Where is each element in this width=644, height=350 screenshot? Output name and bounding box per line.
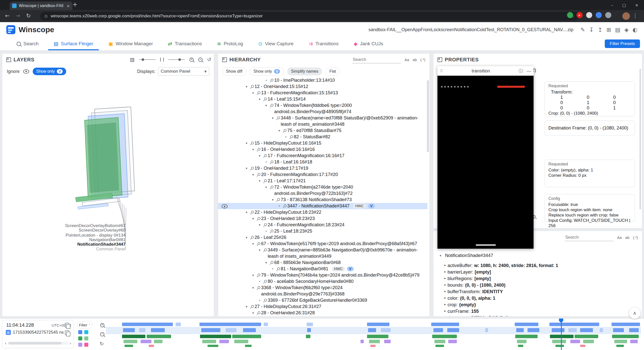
pin-icon[interactable]	[269, 102, 274, 109]
hierarchy-row[interactable]: ▾26 - Leaf:25#26	[218, 234, 427, 241]
pin-icon[interactable]	[250, 165, 255, 171]
range-thumb[interactable]	[8, 342, 61, 344]
hierarchy-row[interactable]: •3369 - 67726bf EdgeBackGestureHandler0#…	[218, 297, 427, 303]
trace-segment[interactable]	[360, 340, 364, 343]
trace-segment[interactable]	[219, 340, 229, 343]
property-row[interactable]: •activeBuffer: w: 1080, h: 2400, stride:…	[437, 262, 639, 269]
trace-segment[interactable]	[125, 345, 133, 347]
trace-type-chip[interactable]	[84, 336, 88, 340]
pin-icon[interactable]	[282, 203, 287, 209]
timeline-filter-button[interactable]: Filter ⌃	[77, 321, 92, 329]
nav-tab-transitions[interactable]: ⇉Transitions	[301, 37, 346, 50]
pin-icon[interactable]	[263, 153, 268, 159]
layer-label[interactable]: NavigationBar0#81	[89, 237, 126, 242]
nav-tab-transactions[interactable]: ⇄Transactions	[160, 37, 210, 50]
expand-chevron-icon[interactable]: ▾	[270, 115, 276, 121]
show-only-visible-toggle[interactable]: Show only V	[33, 68, 66, 75]
range-track[interactable]	[8, 342, 68, 345]
pin-icon[interactable]	[263, 316, 268, 316]
hierarchy-row[interactable]: •18 - Leaf:16:16#18	[218, 159, 427, 165]
pin-icon[interactable]	[269, 184, 274, 190]
hierarchy-button-simplify-names[interactable]: Simplify names	[287, 67, 322, 75]
layer-label[interactable]: ScreenDecorOverlay#60	[79, 228, 126, 233]
trace-segment[interactable]	[434, 340, 445, 343]
expand-chevron-icon[interactable]: ▾	[250, 272, 256, 278]
trace-segment[interactable]	[612, 335, 639, 338]
rotation-slider[interactable]	[139, 59, 156, 60]
regex-icon[interactable]: (.*)	[420, 58, 425, 62]
expand-chevron-icon[interactable]: ▾	[244, 140, 250, 146]
trace-segment[interactable]	[614, 340, 627, 343]
theme-toggle-icon[interactable]: ◐	[631, 27, 639, 33]
match-case-icon[interactable]: Aa	[617, 235, 622, 240]
hierarchy-row[interactable]: •81 - NavigationBar0#81HWCV	[218, 266, 427, 272]
hierarchy-search-input[interactable]	[352, 56, 401, 63]
trace-segment[interactable]	[306, 335, 310, 338]
bug-report-icon[interactable]: ◈	[622, 27, 631, 33]
url-text[interactable]: winscope.teams.x20web.corp.google.com/pr…	[51, 14, 567, 19]
trace-segment[interactable]	[580, 328, 593, 332]
timeline-reset-icon[interactable]: ↻	[100, 341, 104, 347]
trace-segment[interactable]	[384, 340, 391, 343]
pin-icon[interactable]	[256, 215, 261, 222]
timeline-cursor-handle[interactable]	[559, 319, 563, 323]
tab-close-icon[interactable]: ×	[67, 4, 70, 8]
trace-segment[interactable]	[243, 328, 256, 332]
site-info-icon[interactable]: ⊙	[44, 14, 48, 19]
whole-word-icon[interactable]: ab	[625, 235, 629, 240]
extension-gray-icon[interactable]	[586, 12, 592, 18]
trace-segment[interactable]	[613, 328, 624, 332]
expand-chevron-icon[interactable]: ▾	[250, 146, 256, 153]
trace-segment[interactable]	[122, 335, 146, 338]
property-row[interactable]: •currFrame: 155	[437, 308, 639, 315]
trace-segment[interactable]	[369, 340, 380, 343]
property-row[interactable]: •bounds: (0, 0) - (1080, 2400)	[437, 282, 639, 288]
timeline-row[interactable]	[106, 323, 641, 326]
spacing-slider[interactable]	[168, 59, 185, 60]
filter-presets-button[interactable]: Filter Presets	[605, 39, 640, 48]
trace-segment[interactable]	[550, 335, 574, 338]
trace-segment[interactable]	[580, 345, 585, 347]
trace-segment[interactable]	[367, 323, 389, 326]
expand-chevron-icon[interactable]: ▾	[250, 215, 256, 222]
new-tab-button[interactable]: +	[72, 1, 77, 8]
nav-tab-search[interactable]: Search	[9, 37, 46, 50]
trace-segment[interactable]	[307, 323, 313, 326]
hierarchy-row[interactable]: ▾79 - WindowToken{7046b4a type=2024 andr…	[218, 272, 427, 278]
trace-segment[interactable]	[370, 345, 376, 347]
pin-icon[interactable]	[256, 146, 261, 153]
pin-icon[interactable]	[256, 171, 261, 178]
pin-icon[interactable]	[250, 303, 255, 310]
pin-icon[interactable]	[276, 266, 281, 272]
trace-segment[interactable]	[234, 340, 248, 343]
trace-segment[interactable]	[176, 323, 181, 326]
hierarchy-row[interactable]: ▾75 - ed70f88 StatusBar#75	[218, 127, 427, 134]
pin-icon[interactable]	[256, 285, 261, 291]
back-icon[interactable]: ←	[5, 13, 10, 19]
expand-chevron-icon[interactable]: ▾	[250, 90, 256, 96]
edit-icon[interactable]: ✎	[578, 27, 587, 33]
regex-icon[interactable]: (.*)	[633, 235, 638, 240]
trace-segment[interactable]	[515, 335, 538, 338]
extension-youtube-icon[interactable]: ▸	[577, 12, 583, 18]
properties-node-row[interactable]: ▾ NotificationShade#3447	[437, 252, 639, 259]
pin-icon[interactable]	[256, 272, 261, 278]
timeline-cursor[interactable]	[561, 319, 562, 350]
expand-chevron-icon[interactable]: ▾	[250, 171, 256, 178]
pin-icon[interactable]	[269, 77, 274, 83]
trace-segment[interactable]	[630, 340, 638, 343]
window-minimize-button[interactable]: –	[611, 3, 613, 8]
expand-chevron-icon[interactable]: ▾	[437, 254, 444, 257]
nav-tab-surface-flinger[interactable]: ▤Surface Flinger	[46, 37, 101, 50]
hierarchy-button-show-only[interactable]: Show onlyV	[250, 67, 284, 75]
hierarchy-row[interactable]: ▾21 - Leaf:17:17#21	[218, 178, 427, 184]
pin-icon[interactable]	[263, 297, 268, 303]
hierarchy-row[interactable]: ▾3449 - Surface(name=885b63e NavigationB…	[218, 247, 427, 259]
pin-icon[interactable]	[269, 259, 274, 266]
hierarchy-row[interactable]: ▾15 - HideDisplayCutout:16:16#15	[218, 140, 427, 146]
pin-icon[interactable]	[250, 234, 255, 241]
docs-icon[interactable]: ▤	[613, 27, 622, 33]
trace-segment[interactable]	[616, 345, 624, 347]
trace-segment[interactable]	[367, 335, 388, 338]
trace-segment[interactable]	[448, 340, 457, 343]
